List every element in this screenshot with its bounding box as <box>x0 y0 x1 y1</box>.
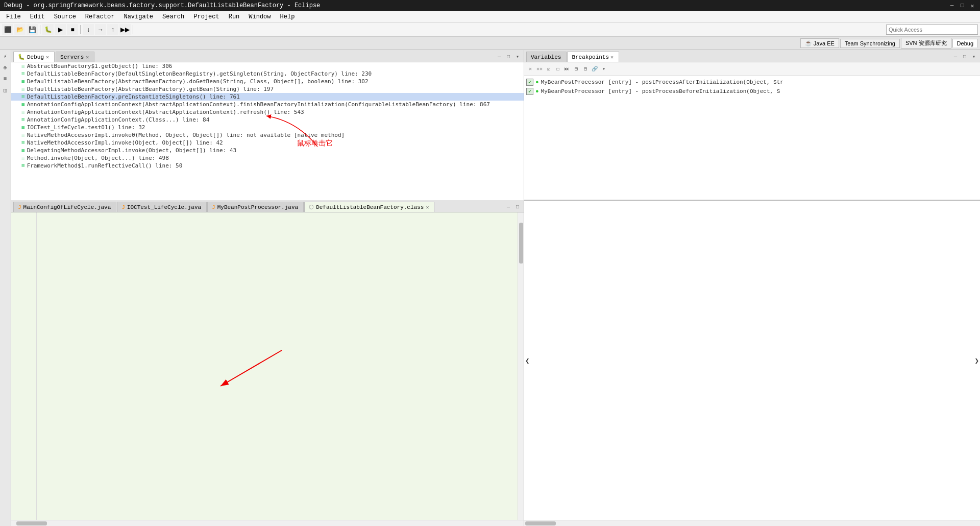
stack-item[interactable]: ≡NativeMethodAccessorImpl.invoke(Object,… <box>11 139 524 147</box>
debug-maximize-btn[interactable]: □ <box>504 53 512 61</box>
window-title: Debug - org.springframework.beans.factor… <box>4 2 320 9</box>
editor-tab-default-factory-close[interactable]: ✕ <box>426 204 429 210</box>
toolbar-btn-debug[interactable]: 🐛 <box>42 24 54 35</box>
stack-item[interactable]: ≡DefaultListableBeanFactory.preInstantia… <box>11 93 524 101</box>
menu-window[interactable]: Window <box>244 12 275 21</box>
stack-item[interactable]: ≡AnnotationConfigApplicationContext(Abst… <box>11 108 524 116</box>
stack-item[interactable]: ≡AnnotationConfigApplicationContext.(Cla… <box>11 116 524 124</box>
bp-remove-btn[interactable]: ✕ <box>526 65 534 73</box>
toolbar-btn-step-over[interactable]: → <box>95 24 106 35</box>
menu-help[interactable]: Help <box>276 12 299 21</box>
tab-breakpoints[interactable]: Breakpoints ✕ <box>567 52 619 62</box>
maximize-button[interactable]: □ <box>959 2 966 9</box>
perspective-svn[interactable]: SVN 资源库研究 <box>901 38 951 49</box>
tab-servers-close[interactable]: ✕ <box>86 54 89 60</box>
stack-frame-icon: ≡ <box>21 162 25 169</box>
perspective-team-sync[interactable]: Team Synchronizing <box>840 39 900 48</box>
toolbar-btn-save[interactable]: 💾 <box>27 24 38 35</box>
menu-navigate[interactable]: Navigate <box>119 12 157 21</box>
perspective-debug[interactable]: Debug <box>952 39 978 47</box>
right-panel-right-arrow[interactable]: ❯ <box>974 356 980 365</box>
code-hscroll[interactable] <box>11 520 524 526</box>
stack-item[interactable]: ≡FrameworkMethod$1.runReflectiveCall() l… <box>11 162 524 170</box>
bp-menu-btn[interactable]: ▾ <box>600 65 608 73</box>
stack-item[interactable]: ≡DefaultListableBeanFactory(AbstractBean… <box>11 85 524 93</box>
menu-file[interactable]: File <box>2 12 25 21</box>
tab-debug-close[interactable]: ✕ <box>46 54 49 60</box>
menu-source[interactable]: Source <box>50 12 80 21</box>
tab-breakpoints-close[interactable]: ✕ <box>610 54 614 60</box>
tab-variables[interactable]: Variables <box>526 52 567 62</box>
toolbar-btn-run[interactable]: ▶ <box>55 24 66 35</box>
menu-edit[interactable]: Edit <box>26 12 49 21</box>
right-hscroll-thumb[interactable] <box>525 521 556 525</box>
window-controls[interactable]: ─ □ ✕ <box>948 2 976 9</box>
editor-tab-main-config[interactable]: J MainConfigOfLifeCycle.java <box>13 202 116 212</box>
stack-item[interactable]: ≡DelegatingMethodAccessorImpl.invoke(Obj… <box>11 147 524 154</box>
toolbar-btn-resume[interactable]: ▶▶ <box>119 24 131 35</box>
editor-max-btn[interactable]: □ <box>513 203 522 211</box>
stack-frame-icon: ≡ <box>21 132 25 138</box>
stack-item[interactable]: ≡IOCTest_LifeCycle.test01() line: 32 <box>11 124 524 131</box>
bp-checkbox-1[interactable]: ✓ <box>526 79 533 86</box>
right-panel-left-arrow[interactable]: ❮ <box>524 356 530 365</box>
bp-remove-all-btn[interactable]: ✕✕ <box>535 65 544 73</box>
bp-disable-btn[interactable]: ☐ <box>554 65 562 73</box>
bp-collapse-btn[interactable]: ⊟ <box>581 65 590 73</box>
close-button[interactable]: ✕ <box>969 2 976 9</box>
stack-item[interactable]: ≡Method.invoke(Object, Object...) line: … <box>11 154 524 162</box>
breakpoint-item-2[interactable]: ✓ ● MyBeanPostProcessor [entry] - postPr… <box>526 87 978 96</box>
toolbar-btn-step-return[interactable]: ↑ <box>107 24 118 35</box>
editor-tab-mybeanpost[interactable]: J MyBeanPostProcessor.java <box>207 202 304 212</box>
code-vscroll[interactable] <box>518 212 524 520</box>
sidebar-icon-4[interactable]: ◫ <box>0 85 10 95</box>
java-icon-2: J <box>121 204 125 210</box>
toolbar-btn-open[interactable]: 📂 <box>14 24 26 35</box>
bp-expand-btn[interactable]: ⊞ <box>572 65 580 73</box>
editor-min-btn[interactable]: — <box>504 203 512 211</box>
editor-tab-ioc-test[interactable]: J IOCTest_LifeCycle.java <box>117 202 207 212</box>
bp-skip-btn[interactable]: ⏭ <box>563 65 571 73</box>
code-content[interactable] <box>37 212 518 520</box>
editor-tab-default-factory[interactable]: ⬡ DefaultListableBeanFactory.class ✕ <box>304 202 434 212</box>
menu-search[interactable]: Search <box>158 12 188 21</box>
stack-frame-icon: ≡ <box>21 147 25 154</box>
code-vscroll-thumb[interactable] <box>519 223 523 264</box>
sidebar-icon-1[interactable]: ⚡ <box>0 51 10 61</box>
perspective-java-ee[interactable]: ☕ Java EE <box>800 38 839 48</box>
quick-access-input[interactable] <box>886 25 978 35</box>
debug-view-menu-btn[interactable]: ▾ <box>513 53 522 61</box>
toolbar-btn-step-into[interactable]: ↓ <box>83 24 94 35</box>
bp-enable-btn[interactable]: ☑ <box>545 65 553 73</box>
sidebar-icon-3[interactable]: ≡ <box>0 74 10 84</box>
code-hscroll-thumb[interactable] <box>16 521 47 525</box>
right-hscroll[interactable] <box>524 520 980 526</box>
stack-frame-icon: ≡ <box>21 155 25 161</box>
bp-checkbox-2[interactable]: ✓ <box>526 88 533 95</box>
stack-item[interactable]: ≡NativeMethodAccessorImpl.invoke0(Method… <box>11 131 524 139</box>
stack-item[interactable]: ≡DefaultListableBeanFactory(AbstractBean… <box>11 78 524 85</box>
breakpoint-item-1[interactable]: ✓ ● MyBeanPostProcessor [entry] - postPr… <box>526 78 978 87</box>
menu-project[interactable]: Project <box>189 12 223 21</box>
menu-refactor[interactable]: Refactor <box>81 12 119 21</box>
right-max-btn[interactable]: □ <box>961 53 969 61</box>
stack-list: ≡AbstractBeanFactory$1.getObject() line:… <box>11 62 524 200</box>
minimize-button[interactable]: ─ <box>948 2 955 9</box>
main-layout: ⚡ ⊕ ≡ ◫ 🐛 Debug ✕ Servers ✕ — □ ▾ <box>0 50 980 526</box>
stack-item[interactable]: ≡DefaultListableBeanFactory(DefaultSingl… <box>11 70 524 78</box>
toolbar-btn-stop[interactable]: ■ <box>67 24 78 35</box>
left-panel: 🐛 Debug ✕ Servers ✕ — □ ▾ ≡AbstractBeanF… <box>11 50 524 526</box>
tab-servers[interactable]: Servers ✕ <box>56 52 94 62</box>
stack-item[interactable]: ≡AnnotationConfigApplicationContext(Abst… <box>11 101 524 108</box>
debug-minimize-btn[interactable]: — <box>495 53 503 61</box>
bp-icon-2: ● <box>535 88 539 94</box>
tab-debug[interactable]: 🐛 Debug ✕ <box>13 52 55 62</box>
toolbar-btn-new[interactable]: ⬛ <box>2 24 13 35</box>
menu-run[interactable]: Run <box>225 12 244 21</box>
bp-link-btn[interactable]: 🔗 <box>591 65 599 73</box>
stack-item[interactable]: ≡AbstractBeanFactory$1.getObject() line:… <box>11 62 524 70</box>
class-icon-1: ⬡ <box>309 204 314 210</box>
right-min-btn[interactable]: — <box>951 53 960 61</box>
sidebar-icon-2[interactable]: ⊕ <box>0 62 10 73</box>
right-view-btn[interactable]: ▾ <box>970 53 978 61</box>
